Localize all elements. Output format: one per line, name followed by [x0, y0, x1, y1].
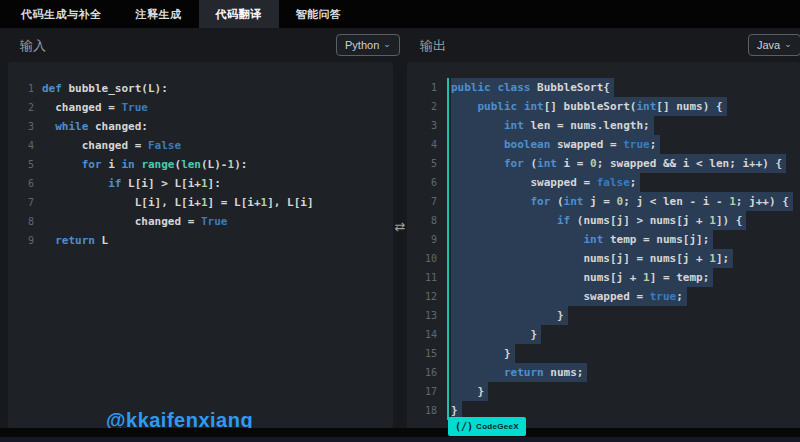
code-text: nums[j] = nums[j + 1];	[451, 249, 733, 268]
line-number: 7	[407, 192, 437, 211]
tab-注释生成[interactable]: 注释生成	[119, 0, 199, 28]
code-line: 10 nums[j] = nums[j + 1];	[407, 249, 800, 268]
code-line: 7 L[i], L[i+1] = L[i+1], L[i]	[8, 193, 393, 212]
line-number: 18	[407, 401, 437, 420]
app-window: 代码生成与补全注释生成代码翻译智能问答 输入 Python ⌄ 输出 Java …	[0, 0, 800, 442]
code-text: nums[j + 1] = temp;	[451, 268, 713, 287]
code-line: 1public class BubbleSort{	[407, 78, 800, 97]
code-line: 4 changed = False	[8, 136, 393, 155]
code-line: 15 }	[407, 344, 800, 363]
code-text: public int[] bubbleSort(int[] nums) {	[451, 97, 727, 116]
tab-bar: 代码生成与补全注释生成代码翻译智能问答	[0, 0, 800, 28]
line-number: 2	[407, 97, 437, 116]
code-text: while changed:	[42, 117, 148, 136]
line-number: 11	[407, 268, 437, 287]
code-text: swapped = true;	[451, 287, 687, 306]
code-text: changed = True	[42, 98, 148, 117]
code-text: return nums;	[451, 363, 587, 382]
code-text: boolean swapped = true;	[451, 135, 660, 154]
line-number: 9	[8, 231, 34, 250]
code-text: }	[451, 325, 541, 344]
input-code-editor[interactable]: 1def bubble_sort(L):2 changed = True3 wh…	[8, 62, 393, 250]
code-line: 9 int temp = nums[j];	[407, 230, 800, 249]
code-line: 13 }	[407, 306, 800, 325]
line-number: 15	[407, 344, 437, 363]
code-line: 14 }	[407, 325, 800, 344]
code-text: int temp = nums[j];	[451, 230, 713, 249]
code-line: 4 boolean swapped = true;	[407, 135, 800, 154]
code-line: 12 swapped = true;	[407, 287, 800, 306]
line-number: 14	[407, 325, 437, 344]
code-text: public class BubbleSort{	[451, 78, 614, 97]
code-line: 11 nums[j + 1] = temp;	[407, 268, 800, 287]
line-number: 5	[8, 155, 34, 174]
code-line: 6 if L[i] > L[i+1]:	[8, 174, 393, 193]
code-line: 9 return L	[8, 231, 393, 250]
footer-bottom-bar	[0, 437, 800, 442]
footer-strip	[0, 428, 800, 437]
input-code-panel: 1def bubble_sort(L):2 changed = True3 wh…	[8, 62, 393, 428]
line-number: 12	[407, 287, 437, 306]
line-number: 6	[407, 173, 437, 192]
line-number: 3	[407, 116, 437, 135]
input-panel-label: 输入	[20, 37, 46, 55]
code-line: 1def bubble_sort(L):	[8, 79, 393, 98]
line-number: 10	[407, 249, 437, 268]
code-text: for i in range(len(L)-1):	[42, 155, 247, 174]
output-language-dropdown[interactable]: Java ⌄	[748, 34, 800, 56]
code-line: 2 public int[] bubbleSort(int[] nums) {	[407, 97, 800, 116]
code-text: swapped = false;	[451, 173, 640, 192]
line-number: 1	[407, 78, 437, 97]
code-text: changed = True	[42, 212, 227, 231]
tab-智能问答[interactable]: 智能问答	[279, 0, 359, 28]
output-language-value: Java	[757, 39, 780, 51]
output-code-panel: 1public class BubbleSort{2 public int[] …	[407, 62, 800, 430]
tab-代码翻译[interactable]: 代码翻译	[199, 0, 279, 28]
code-line: 6 swapped = false;	[407, 173, 800, 192]
input-language-value: Python	[345, 39, 379, 51]
code-line: 17 }	[407, 382, 800, 401]
input-language-dropdown[interactable]: Python ⌄	[336, 34, 400, 56]
line-number: 8	[8, 212, 34, 231]
chevron-down-icon: ⌄	[784, 40, 792, 49]
code-line: 16 return nums;	[407, 363, 800, 382]
line-number: 6	[8, 174, 34, 193]
line-number: 1	[8, 79, 34, 98]
line-number: 3	[8, 117, 34, 136]
code-text: changed = False	[42, 136, 181, 155]
code-text: }	[451, 344, 515, 363]
codegeex-badge-label: CodeGeeX	[476, 422, 519, 431]
code-text: int len = nums.length;	[451, 116, 654, 135]
line-number: 8	[407, 211, 437, 230]
line-number: 4	[407, 135, 437, 154]
line-number: 13	[407, 306, 437, 325]
code-line: 8 changed = True	[8, 212, 393, 231]
code-line: 5 for i in range(len(L)-1):	[8, 155, 393, 174]
line-number: 2	[8, 98, 34, 117]
code-line: 3 while changed:	[8, 117, 393, 136]
code-text: for (int j = 0; j < len - i - 1; j++) {	[451, 192, 793, 211]
code-text: }	[451, 382, 488, 401]
tab-代码生成与补全[interactable]: 代码生成与补全	[4, 0, 119, 28]
line-number: 16	[407, 363, 437, 382]
line-number: 17	[407, 382, 437, 401]
code-line: 3 int len = nums.length;	[407, 116, 800, 135]
code-text: return L	[42, 231, 108, 250]
header-row: 输入 Python ⌄ 输出 Java ⌄	[0, 28, 800, 62]
code-text: if (nums[j] > nums[j + 1]) {	[451, 211, 746, 230]
code-text: }	[451, 306, 568, 325]
code-line: 8 if (nums[j] > nums[j + 1]) {	[407, 211, 800, 230]
line-number: 4	[8, 136, 34, 155]
line-number: 9	[407, 230, 437, 249]
codegeex-badge: (/) CodeGeeX	[448, 417, 526, 436]
codegeex-logo-icon: (/)	[455, 421, 473, 432]
output-panel-label: 输出	[420, 37, 446, 55]
chevron-down-icon: ⌄	[383, 40, 391, 49]
code-line: 5 for (int i = 0; swapped && i < len; i+…	[407, 154, 800, 173]
line-number: 7	[8, 193, 34, 212]
line-number: 5	[407, 154, 437, 173]
code-text: if L[i] > L[i+1]:	[42, 174, 221, 193]
code-line: 2 changed = True	[8, 98, 393, 117]
output-code-viewer[interactable]: 1public class BubbleSort{2 public int[] …	[407, 62, 800, 420]
code-text: L[i], L[i+1] = L[i+1], L[i]	[42, 193, 314, 212]
